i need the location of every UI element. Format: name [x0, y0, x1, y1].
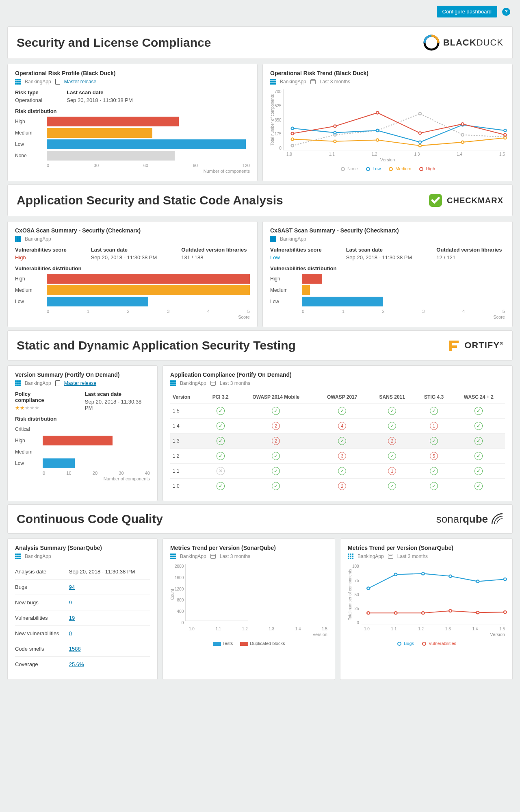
svg-point-8 [334, 131, 336, 134]
bar-low [47, 139, 246, 149]
tick: 1.1 [391, 627, 397, 631]
card-title: Application Compliance (Fortify On Deman… [170, 371, 505, 378]
y-axis-label: Total number of components [270, 89, 275, 150]
release-icon [55, 380, 60, 386]
section-title: Application Security and Static Code Ana… [17, 193, 283, 207]
svg-point-28 [421, 572, 424, 575]
brand-fortify: ORTIFY® [446, 338, 503, 353]
check-icon: ✓ [474, 482, 483, 490]
legend: Bugs Vulnerabilities [348, 641, 505, 646]
y-ticks: 1007550250 [352, 564, 361, 625]
table-row[interactable]: 1.4✓24✓1✓ [170, 419, 505, 434]
app-name: BankingApp [180, 380, 206, 386]
axis-label: Number of components [15, 476, 150, 481]
tick: 1.3 [445, 627, 451, 631]
vuln-dist-chart: High Medium Low [15, 274, 250, 306]
metric-link[interactable]: 0 [69, 630, 72, 636]
brand-blackduck: BLACKDUCKBLACKDUCK [423, 34, 503, 51]
section-title: Static and Dynamic Application Security … [17, 339, 296, 352]
tick: 1.2 [418, 627, 424, 631]
check-icon: ✓ [474, 452, 483, 460]
tick: 1.4 [457, 152, 462, 156]
svg-point-14 [334, 140, 336, 143]
tick: 1 [342, 309, 344, 314]
svg-point-17 [461, 141, 464, 143]
card-cxosa-summary: CxOSA Scan Summary - Security (Checkmarx… [7, 221, 258, 327]
card-cxsast-summary: CxSAST Scan Summary - Security (Checkmar… [262, 221, 513, 327]
bar-label: Critical [15, 426, 39, 432]
card-title: Operational Risk Profile (Black Duck) [15, 70, 250, 76]
calendar-icon [210, 381, 216, 386]
risk-dist-label: Risk distribution [15, 108, 250, 114]
risk-type-value: Operational [15, 97, 42, 103]
tick: 1.1 [329, 152, 335, 156]
table-row[interactable]: 1.1✕✓✓1✓✓ [170, 464, 505, 479]
app-grid-icon [15, 554, 21, 559]
fail-badge: 1 [430, 422, 438, 430]
line-chart [361, 564, 505, 625]
check-icon: ✓ [217, 452, 225, 460]
scan-date-value: Sep 20, 2018 - 11:30:38 PM [346, 254, 412, 261]
risk-dist-label: Risk distribution [15, 416, 150, 422]
release-icon [55, 79, 60, 85]
card-title: Operational Risk Trend (Black Duck) [270, 70, 505, 76]
app-name: BankingApp [25, 554, 51, 559]
x-axis-label: Version [270, 157, 505, 162]
release-link[interactable]: Master release [64, 380, 96, 386]
tick: 90 [193, 163, 198, 168]
svg-point-29 [449, 575, 452, 578]
vscore-value: Low [270, 254, 322, 261]
fail-badge: 3 [338, 452, 346, 460]
app-grid-icon [15, 79, 21, 85]
section-header-sonarqube: Continuous Code Quality sonarqube [7, 504, 513, 534]
fail-badge: 5 [430, 452, 438, 460]
app-name: BankingApp [25, 236, 51, 242]
table-row: Bugs94 [15, 580, 150, 595]
scan-date-label: Last scan date [91, 247, 157, 253]
svg-point-23 [461, 123, 464, 125]
check-icon: ✓ [217, 422, 225, 430]
bar-high [43, 436, 113, 445]
check-icon: ✓ [474, 437, 483, 445]
help-icon[interactable]: ? [502, 8, 510, 16]
legend: None Low Medium High [270, 166, 505, 171]
tick: 0 [47, 309, 49, 314]
app-name: BankingApp [280, 79, 306, 85]
metric-link[interactable]: 19 [69, 615, 75, 621]
svg-point-30 [476, 580, 479, 582]
bar-label: Low [15, 299, 43, 304]
bar-label: None [15, 153, 43, 158]
check-icon: ✓ [388, 422, 396, 430]
calendar-icon [210, 554, 216, 559]
table-row[interactable]: 1.0✓✓2✓✓✓ [170, 479, 505, 494]
svg-point-27 [394, 573, 397, 575]
svg-point-18 [504, 137, 507, 139]
table-row: Code smells1588 [15, 641, 150, 657]
tick: 4 [207, 309, 210, 314]
check-icon: ✓ [430, 437, 438, 445]
bar-label: High [15, 119, 43, 124]
table-row[interactable]: 1.2✓✓3✓5✓ [170, 449, 505, 464]
card-operational-risk-profile: Operational Risk Profile (Black Duck) Ba… [7, 64, 258, 181]
tick: 30 [119, 471, 124, 475]
table-row[interactable]: 1.3✓2✓2✓✓ [170, 434, 505, 449]
table-row[interactable]: 1.5✓✓✓✓✓✓ [170, 404, 505, 419]
app-grid-icon [270, 236, 276, 242]
calendar-icon [388, 554, 393, 559]
axis-label: Number of components [15, 169, 250, 174]
metric-link[interactable]: 9 [69, 599, 72, 606]
vuln-dist-label: Vulnerabilities distribution [15, 265, 250, 271]
tick: 1.5 [499, 152, 505, 156]
compliance-header: OWASP 2017 [316, 391, 369, 404]
check-icon: ✓ [217, 407, 225, 415]
tick: 1.2 [242, 627, 248, 631]
metric-link[interactable]: 25.6% [69, 661, 84, 667]
configure-dashboard-button[interactable]: Configure dashboard [437, 6, 497, 17]
vscore-label: Vulnerabilities score [15, 247, 67, 253]
release-link[interactable]: Master release [64, 79, 96, 85]
bar-label: Medium [270, 287, 299, 293]
metric-link[interactable]: 94 [69, 584, 75, 590]
metric-link[interactable]: 1588 [69, 646, 81, 652]
star-rating: ★★★★★ [15, 405, 61, 411]
scan-date-value: Sep 20, 2018 - 11:30:38 PM [85, 399, 150, 411]
